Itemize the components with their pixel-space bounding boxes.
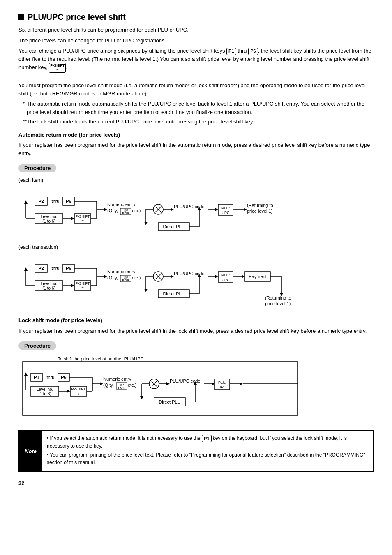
svg-text:UPC: UPC — [221, 278, 230, 282]
svg-marker-84 — [171, 275, 174, 278]
svg-text:thru: thru — [47, 375, 55, 380]
svg-text:etc.): etc.) — [128, 383, 136, 388]
svg-marker-29 — [144, 222, 148, 225]
svg-text:P2: P2 — [38, 266, 44, 271]
svg-marker-34 — [171, 208, 174, 211]
diagram-lock-shift: To shift the price level of another PLU/… — [18, 355, 374, 422]
svg-text:P2: P2 — [38, 199, 44, 204]
svg-marker-70 — [104, 275, 107, 278]
svg-text:PLU/: PLU/ — [221, 206, 230, 210]
svg-text:P-SHIFT: P-SHIFT — [76, 214, 90, 218]
bullet-2: The lock shift mode holds the current PL… — [23, 118, 374, 126]
page-title: PLU/UPC price level shift — [18, 12, 374, 22]
svg-marker-92 — [242, 275, 245, 278]
svg-text:UPC: UPC — [218, 385, 226, 389]
diagram-lock-shift-svg: To shift the price level of another PLU/… — [18, 355, 355, 421]
intro-p1: Six different price level shifts can be … — [18, 26, 374, 34]
svg-text:P-SHIFT: P-SHIFT — [71, 387, 86, 391]
note-item-1: • If you select the automatic return mod… — [47, 434, 368, 450]
svg-marker-2 — [24, 200, 28, 204]
svg-text:etc.): etc.) — [132, 208, 141, 213]
svg-text:Level no.: Level no. — [37, 387, 53, 392]
svg-text:P6: P6 — [66, 266, 71, 271]
svg-text:P-SHIFT: P-SHIFT — [76, 281, 90, 286]
svg-text:price level 1): price level 1) — [265, 301, 291, 306]
svg-text:#: # — [81, 286, 83, 290]
intro-p4: You must program the price level shift m… — [18, 81, 374, 98]
svg-text:Payment: Payment — [249, 274, 266, 279]
svg-marker-37 — [215, 208, 218, 211]
auto-return-heading: Automatic return mode (for price levels) — [18, 131, 374, 139]
svg-text:price level 1): price level 1) — [247, 209, 272, 214]
svg-text:Direct PLU: Direct PLU — [163, 291, 184, 296]
svg-text:(1 to 6): (1 to 6) — [42, 219, 55, 223]
intro-p3: You can change a PLU/UPC price among six… — [18, 47, 374, 73]
svg-marker-79 — [144, 289, 148, 292]
note-content: • If you select the automatic return mod… — [42, 431, 373, 471]
svg-marker-12 — [71, 217, 74, 220]
svg-text:UPC: UPC — [221, 211, 230, 215]
svg-marker-52 — [24, 267, 28, 271]
procedure-badge-1: Procedure — [18, 164, 56, 172]
svg-text:P6: P6 — [61, 375, 66, 380]
svg-text:Direct PLU: Direct PLU — [159, 399, 180, 404]
svg-text:etc.): etc.) — [132, 275, 141, 280]
svg-text:P1: P1 — [34, 375, 39, 380]
svg-text:PLU/: PLU/ — [218, 381, 227, 385]
svg-text:(Q ty,: (Q ty, — [103, 383, 114, 388]
note-label: Note — [19, 431, 42, 471]
procedure-badge-2: Procedure — [18, 341, 56, 350]
svg-text:FOR: FOR — [118, 386, 125, 390]
bullet-list: The automatic return mode automatically … — [23, 100, 374, 126]
svg-text:(1 to 6): (1 to 6) — [38, 392, 51, 396]
diagram-each-item-svg: P2 thru P6 Level no. (1 to 6) P-SHIFT # … — [18, 186, 355, 239]
svg-rect-105 — [23, 362, 298, 415]
svg-text:To shift the price level of an: To shift the price level of another PLU/… — [58, 356, 143, 361]
svg-text:#: # — [81, 219, 83, 223]
svg-text:Direct PLU: Direct PLU — [163, 224, 184, 229]
svg-text:Level no.: Level no. — [41, 214, 58, 219]
diagram-each-item: (each item) P2 thru P6 Level no. (1 to 6… — [18, 177, 374, 240]
lock-shift-heading: Lock shift mode (for price levels) — [18, 316, 374, 325]
svg-text:(Returning to: (Returning to — [247, 203, 273, 208]
lock-shift-text: If your register has been programmed for… — [18, 327, 374, 335]
note-item-2: • You can program "printing of the price… — [47, 451, 368, 466]
auto-return-text: If your register has been programmed for… — [18, 141, 374, 157]
each-item-label: (each item) — [18, 177, 374, 183]
svg-marker-62 — [71, 284, 74, 287]
note-box: Note • If you select the automatic retur… — [18, 430, 374, 472]
svg-marker-20 — [104, 208, 107, 211]
diagram-each-transaction: (each transaction) P2 thru P6 Level no. … — [18, 244, 374, 311]
svg-text:Level no.: Level no. — [41, 281, 58, 286]
svg-text:thru: thru — [52, 199, 60, 204]
svg-text:Numeric entry: Numeric entry — [103, 376, 131, 381]
svg-text:Numeric entry: Numeric entry — [107, 269, 136, 274]
svg-text:FOR: FOR — [122, 211, 129, 215]
svg-text:(Q ty,: (Q ty, — [107, 275, 118, 280]
each-transaction-label: (each transaction) — [18, 244, 374, 250]
svg-text:FOR: FOR — [122, 279, 129, 282]
page-number: 32 — [18, 480, 374, 486]
svg-text:(Q ty,: (Q ty, — [107, 208, 118, 213]
svg-marker-42 — [244, 208, 247, 211]
diagram-each-transaction-svg: P2 thru P6 Level no. (1 to 6) P-SHIFT # … — [18, 253, 355, 310]
title-square-icon — [18, 14, 24, 20]
svg-text:Numeric entry: Numeric entry — [107, 202, 136, 207]
svg-text:(1 to 6): (1 to 6) — [42, 286, 55, 290]
svg-text:(Returning to: (Returning to — [265, 295, 291, 300]
svg-text:P6: P6 — [66, 199, 71, 204]
svg-text:#: # — [77, 392, 79, 396]
svg-marker-87 — [215, 275, 218, 278]
svg-text:PLU/: PLU/ — [221, 273, 230, 277]
intro-p2: The price levels can be changed for PLU … — [18, 37, 374, 45]
svg-text:thru: thru — [52, 266, 60, 271]
bullet-1: The automatic return mode automatically … — [23, 100, 374, 116]
